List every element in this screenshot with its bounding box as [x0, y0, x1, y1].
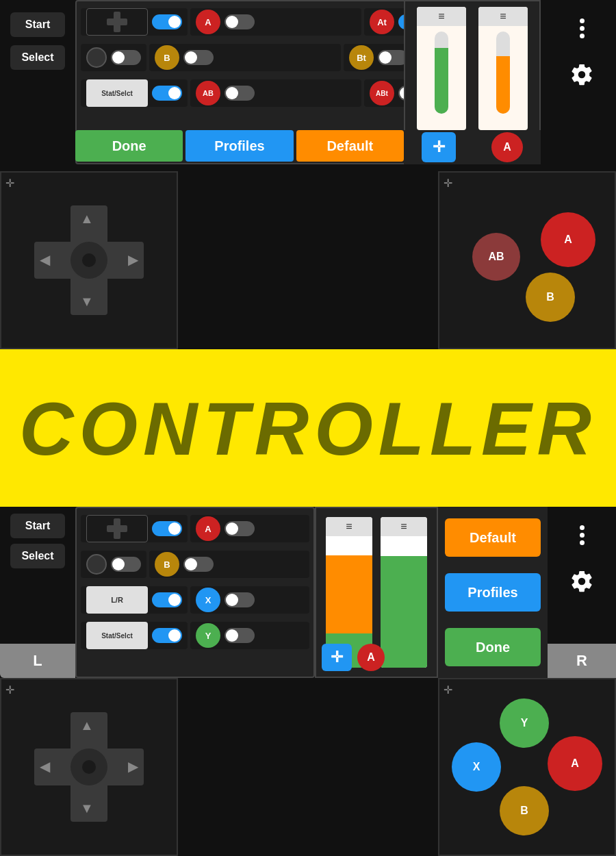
default-button-bottom[interactable]: Default: [445, 518, 541, 557]
toggle-x-bottom[interactable]: [224, 592, 255, 607]
profiles-button-bottom[interactable]: Profiles: [445, 573, 541, 612]
dpad-left-bottom[interactable]: ◀: [40, 758, 50, 775]
l-label: L: [0, 644, 75, 678]
dpad-center-top: [70, 242, 107, 279]
btn-bt-top[interactable]: Bt: [349, 45, 374, 70]
dpad-cross-bottom[interactable]: ▲ ▼ ◀ ▶: [34, 712, 144, 822]
start-button-top[interactable]: Start: [10, 12, 65, 37]
gear-button-top[interactable]: [565, 58, 599, 92]
dpad-right-top[interactable]: ▶: [128, 251, 138, 268]
start-button-bottom[interactable]: Start: [10, 514, 65, 538]
select-button-top[interactable]: Select: [10, 45, 65, 70]
slider2-menu-top[interactable]: ≡: [478, 7, 528, 26]
done-button-top[interactable]: Done: [75, 130, 183, 162]
second-col-b-bottom: B: [149, 551, 309, 578]
done-button-bottom[interactable]: Done: [445, 628, 541, 666]
dpad-right-bottom[interactable]: ▶: [128, 758, 138, 775]
start-select-bottom: Start Select: [0, 507, 75, 575]
slider1-track-top[interactable]: [435, 32, 448, 114]
profiles-button-top[interactable]: Profiles: [185, 130, 293, 162]
hamburger-button-top[interactable]: [565, 12, 599, 46]
circle-icon-top: [86, 47, 107, 68]
toggle-plus-top[interactable]: [152, 14, 182, 29]
btn-y-bottom[interactable]: Y: [196, 623, 220, 648]
label-lr-bottom: L/R: [86, 586, 148, 614]
buttons-move-icon-top: ✛: [444, 177, 452, 190]
toggle-stat-top[interactable]: [152, 86, 182, 101]
slider2-menu-bottom[interactable]: ≡: [381, 517, 427, 536]
slider-a-btn-bottom[interactable]: A: [357, 644, 385, 671]
game-btn-a-bottom[interactable]: A: [548, 736, 602, 791]
gear-button-bottom[interactable]: [565, 564, 599, 599]
hamburger-icon-top: [580, 18, 585, 38]
slider-controls-top: ✛ A: [404, 130, 541, 164]
toggle-lr-bottom[interactable]: [152, 592, 182, 607]
game-btn-ab-top[interactable]: AB: [472, 233, 520, 281]
slider2-bottom: ≡: [381, 517, 427, 668]
toggle-b-bottom[interactable]: [183, 557, 214, 572]
toggle-b-top[interactable]: [183, 50, 214, 65]
btn-at-top[interactable]: At: [370, 10, 394, 34]
toggle-y-bottom[interactable]: [224, 628, 255, 643]
toggle-group-stat-top: Stat/Selct: [81, 79, 188, 107]
toggle-a-top[interactable]: [224, 14, 255, 29]
slider-plus-btn-bottom[interactable]: ✛: [322, 644, 352, 671]
default-button-top[interactable]: Default: [296, 130, 404, 162]
label-stat-bottom: Stat/Selct: [86, 622, 148, 649]
action-buttons-top: Done Profiles Default: [75, 130, 404, 164]
control-panel-bottom: A B L/R: [75, 507, 315, 678]
slider1-menu-bottom[interactable]: ≡: [326, 517, 372, 536]
select-button-bottom[interactable]: Select: [10, 544, 65, 568]
toggle-plus-bottom[interactable]: [152, 521, 182, 536]
game-btn-a-top[interactable]: A: [541, 212, 595, 267]
plus-shape-bottom: [107, 518, 127, 539]
btn-x-bottom[interactable]: X: [196, 588, 220, 612]
label-stat-top: Stat/Selct: [86, 79, 148, 107]
game-btn-b-bottom[interactable]: B: [500, 786, 549, 835]
toggle-ab-top[interactable]: [224, 86, 255, 101]
panel-row-plus-bottom: A: [81, 512, 309, 545]
hamburger-button-bottom[interactable]: [565, 518, 599, 553]
slider2-track-top[interactable]: [496, 32, 510, 114]
second-col-x-bottom: X: [190, 586, 309, 614]
game-btn-x-bottom[interactable]: X: [452, 742, 501, 792]
top-right-icons: [548, 0, 616, 103]
btn-b-top[interactable]: B: [155, 45, 179, 70]
slider1-menu-top[interactable]: ≡: [417, 7, 466, 26]
dpad-up-bottom[interactable]: ▲: [80, 718, 94, 733]
buttons-move-icon-bottom: ✛: [444, 683, 452, 696]
toggle-circle-bottom[interactable]: [111, 557, 141, 572]
btn-a-bottom[interactable]: A: [196, 516, 220, 541]
r-label: R: [548, 644, 616, 678]
dpad-top: ✛ ▲ ▼ ◀ ▶: [0, 171, 178, 349]
dpad-center-bottom: [70, 748, 107, 785]
btn-b-bottom[interactable]: B: [155, 552, 179, 577]
toggle-group-circle-bottom: [81, 551, 146, 578]
sliders-bottom: ≡ ≡ ✛ A: [315, 507, 438, 678]
dpad-down-top[interactable]: ▼: [80, 294, 94, 310]
gear-icon-bottom: [569, 569, 594, 594]
game-buttons-cluster-bottom: Y X A B: [452, 698, 602, 835]
dpad-left-top[interactable]: ◀: [40, 251, 50, 268]
btn-abt-top[interactable]: ABt: [370, 81, 394, 105]
btn-a-top[interactable]: A: [196, 10, 220, 34]
toggle-circle-top[interactable]: [111, 50, 141, 65]
dpad-move-icon-top: ✛: [5, 177, 14, 190]
dpad-up-top[interactable]: ▲: [80, 211, 94, 227]
btn-ab-top[interactable]: AB: [196, 81, 220, 105]
game-btn-b-top[interactable]: B: [526, 273, 575, 322]
slider1-top: ≡: [417, 7, 466, 130]
slider-plus-btn-top[interactable]: ✛: [422, 132, 456, 162]
game-buttons-cluster-top: AB A B: [459, 199, 595, 322]
dpad-move-icon-bottom: ✛: [5, 683, 14, 696]
toggle-group-plus-top: [81, 8, 188, 36]
sliders-area-top: ≡ ≡: [404, 0, 541, 137]
slider-a-btn-top[interactable]: A: [491, 132, 523, 162]
controller-title: CONTROLLER: [19, 385, 597, 472]
toggle-stat-bottom[interactable]: [152, 628, 182, 643]
toggle-a-bottom[interactable]: [224, 521, 255, 536]
dpad-down-bottom[interactable]: ▼: [80, 801, 94, 816]
dpad-cross-top[interactable]: ▲ ▼ ◀ ▶: [34, 205, 144, 315]
game-btn-y-bottom[interactable]: Y: [500, 698, 549, 748]
label-plus-bottom: [86, 515, 148, 542]
